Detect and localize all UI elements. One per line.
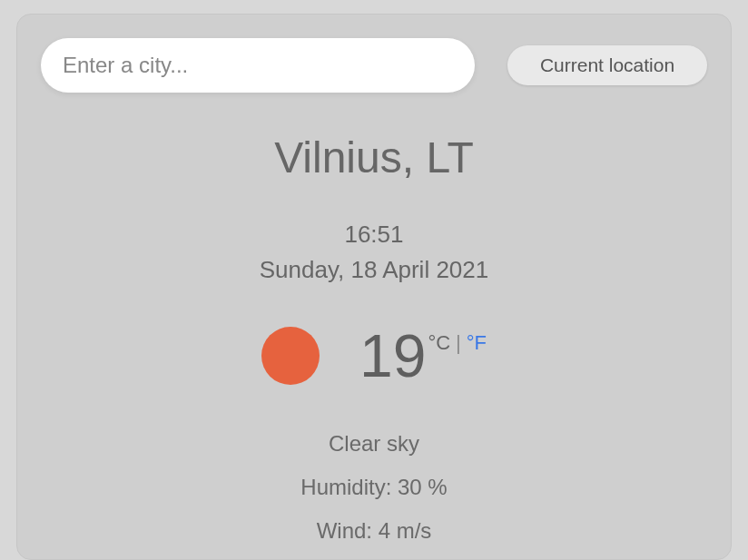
unit-fahrenheit-button[interactable]: °F xyxy=(467,331,487,355)
city-heading: Vilnius, LT xyxy=(41,133,707,182)
weather-card: Current location Vilnius, LT 16:51 Sunda… xyxy=(16,14,732,560)
top-row: Current location xyxy=(41,38,707,93)
weather-description: Clear sky xyxy=(41,431,707,457)
time-text: 16:51 xyxy=(41,221,707,249)
sun-icon xyxy=(261,327,320,385)
date-text: Sunday, 18 April 2021 xyxy=(41,256,707,284)
unit-celsius-button[interactable]: °C xyxy=(428,331,450,355)
temperature-row: 19 °C | °F xyxy=(41,326,707,386)
temperature-block: 19 °C | °F xyxy=(359,326,487,386)
unit-separator: | xyxy=(456,331,461,355)
current-location-button[interactable]: Current location xyxy=(507,45,707,85)
weather-details: Clear sky Humidity: 30 % Wind: 4 m/s xyxy=(41,431,707,544)
city-search-input[interactable] xyxy=(41,38,475,93)
temperature-value: 19 xyxy=(359,326,426,386)
unit-row: °C | °F xyxy=(428,331,487,355)
humidity-text: Humidity: 30 % xyxy=(41,475,707,500)
wind-text: Wind: 4 m/s xyxy=(41,518,707,544)
